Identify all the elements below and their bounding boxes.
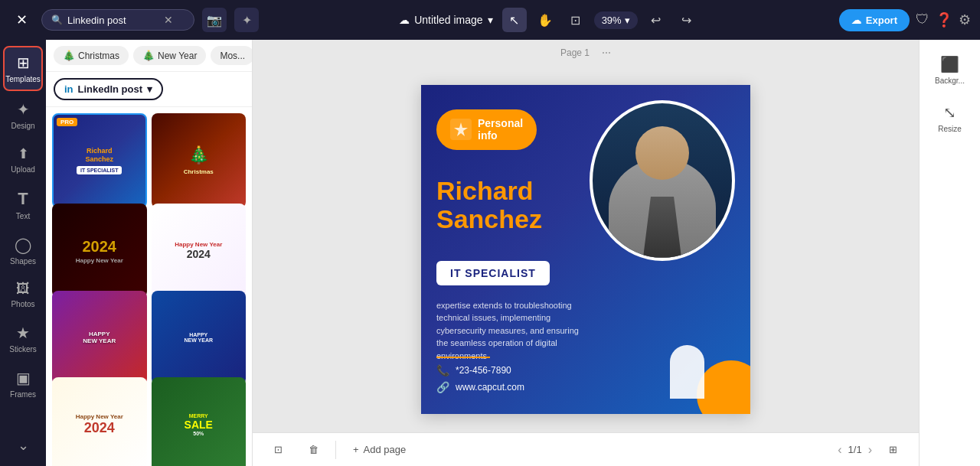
zoom-value: 39% [602, 15, 622, 26]
search-input[interactable] [67, 15, 159, 26]
sidebar-item-design[interactable]: ✦ Design [3, 94, 43, 136]
phone-icon: 📞 [436, 364, 449, 376]
design-circle-photo [590, 100, 735, 261]
page-label: Page 1 [560, 47, 590, 58]
filter-tab-newyear-label: New Year [158, 51, 197, 61]
title-chevron[interactable]: ▾ [488, 14, 493, 26]
add-page-icon: + [353, 444, 359, 455]
right-panel: ⬛ Backgr... ⤡ Resize [919, 40, 980, 466]
topbar-right: ☁ Export 🛡 ❓ ⚙ [839, 9, 971, 31]
redo-btn[interactable]: ↪ [675, 8, 699, 32]
category-selector[interactable]: in LinkedIn post ▾ [54, 78, 163, 100]
layout-icon: ⊞ [889, 444, 897, 455]
linkedin-icon: in [64, 83, 74, 95]
sidebar-item-photos[interactable]: 🖼 Photos [3, 275, 43, 314]
sidebar-item-upload[interactable]: ⬆ Upload [3, 139, 43, 180]
more-icon: ⌄ [18, 437, 29, 454]
sidebar-item-shapes[interactable]: ◯ Shapes [3, 230, 43, 272]
design-title-box: IT SPECIALIST [436, 261, 550, 285]
template-thumb-7[interactable]: Happy New Year 2024 [52, 377, 147, 466]
background-label: Backgr... [935, 77, 965, 85]
contact-website: www.capcut.com [456, 382, 524, 393]
right-panel-resize[interactable]: ⤡ Resize [924, 96, 976, 141]
template-thumb-5[interactable]: HAPPYNEW YEAR [52, 291, 147, 386]
resize-icon: ⤡ [943, 103, 956, 122]
zoom-control[interactable]: 39% ▾ [594, 11, 638, 29]
design-badge-icon [450, 119, 472, 140]
design-divider [436, 357, 490, 358]
sidebar-item-label-templates: Templates [5, 75, 41, 83]
next-page-btn[interactable]: › [868, 443, 872, 457]
template-thumb-4[interactable]: Happy New Year 2024 [152, 204, 247, 298]
page-info: 1/1 [848, 444, 862, 455]
sidebar-item-stickers[interactable]: ★ Stickers [3, 318, 43, 360]
canvas-area: Page 1 ⋯ Personal [253, 40, 919, 466]
linkedin-design: Personal info [421, 85, 750, 414]
design-description: expertise extends to troubleshooting tec… [436, 299, 582, 363]
template-thumb-6[interactable]: HAPPYNEW YEAR [152, 291, 247, 386]
search-bar[interactable]: 🔍 ✕ [41, 9, 194, 31]
page-options-icon[interactable]: ⋯ [602, 47, 611, 58]
bottom-bar: ⊡ 🗑 + Add page ‹ 1/1 › ⊞ [253, 432, 919, 466]
delete-icon: 🗑 [309, 444, 318, 455]
bottom-divider [335, 441, 336, 459]
template-overlay-6: HAPPYNEW YEAR [152, 291, 247, 386]
sidebar-item-label-upload: Upload [11, 165, 35, 174]
category-label-text: LinkedIn post [78, 83, 143, 95]
template-thumb-3[interactable]: 2024 Happy New Year [52, 204, 147, 298]
shapes-icon: ◯ [15, 236, 31, 254]
sidebar-item-more[interactable]: ⌄ [3, 431, 43, 460]
frame-tool-btn[interactable]: ⊡ [564, 8, 588, 32]
sidebar-item-label-text: Text [16, 212, 30, 220]
category-bar: in LinkedIn post ▾ [46, 72, 252, 107]
design-badge-text: Personal info [478, 117, 523, 143]
prev-page-btn[interactable]: ‹ [838, 443, 841, 457]
undo-btn[interactable]: ↩ [644, 8, 668, 32]
template-thumb-1[interactable]: PRO RichardSanchez IT SPECIALIST [52, 113, 147, 208]
select-tool-btn[interactable]: ↖ [502, 8, 527, 32]
export-button[interactable]: ☁ Export [839, 9, 910, 31]
badge-line2: info [478, 129, 523, 142]
sidebar-item-frames[interactable]: ▣ Frames [3, 363, 43, 405]
document-title: Untitled image [414, 14, 483, 26]
zoom-chevron: ▾ [625, 15, 630, 26]
magic-icon-btn[interactable]: ✦ [234, 8, 259, 32]
search-clear-icon[interactable]: ✕ [164, 14, 173, 26]
sidebar-item-templates[interactable]: ⊞ Templates [3, 46, 43, 91]
shield-icon[interactable]: 🛡 [916, 11, 929, 28]
filter-tab-newyear[interactable]: 🎄 New Year [133, 46, 206, 65]
filter-tab-more[interactable]: Mos... [211, 46, 252, 65]
help-icon[interactable]: ❓ [936, 11, 952, 28]
copy-page-btn[interactable]: ⊡ [265, 439, 292, 460]
sidebar-item-label-design: Design [11, 122, 34, 130]
camera-icon-btn[interactable]: 📷 [202, 8, 227, 32]
filter-tab-christmas[interactable]: 🎄 Christmas [54, 46, 129, 65]
design-orange-blob [697, 360, 750, 414]
design-personal-badge: Personal info [436, 109, 537, 151]
topbar-center: ☁ Untitled image ▾ ↖ ✋ ⊡ 39% ▾ ↩ ↪ [266, 8, 831, 32]
export-label: Export [866, 15, 897, 26]
templates-grid: PRO RichardSanchez IT SPECIALIST 🎄 Chris… [46, 107, 252, 466]
app-logo[interactable]: ✕ [9, 8, 34, 32]
template-thumb-8[interactable]: MERRY SALE 50% [152, 377, 247, 466]
sidebar-item-text[interactable]: T Text [3, 183, 43, 226]
design-title-text: IT SPECIALIST [450, 267, 536, 279]
template-overlay-8: MERRY SALE 50% [152, 377, 247, 466]
template-thumb-2[interactable]: 🎄 Christmas [152, 113, 247, 208]
canvas-wrapper[interactable]: Personal info [253, 66, 919, 432]
add-page-btn[interactable]: + Add page [344, 439, 415, 460]
layout-btn[interactable]: ⊞ [880, 439, 906, 460]
template-overlay-1: RichardSanchez IT SPECIALIST [54, 115, 145, 207]
christmas-emoji: 🎄 [63, 50, 75, 61]
upload-icon: ⬆ [18, 145, 29, 162]
hand-tool-btn[interactable]: ✋ [533, 8, 557, 32]
filter-tabs: 🎄 Christmas 🎄 New Year Mos... [46, 40, 252, 72]
settings-icon[interactable]: ⚙ [959, 11, 971, 28]
right-panel-background[interactable]: ⬛ Backgr... [924, 47, 976, 93]
category-chevron: ▾ [147, 83, 152, 95]
resize-label: Resize [938, 125, 962, 133]
cloud-icon: ☁ [399, 14, 410, 26]
badge-line1: Personal [478, 117, 523, 130]
delete-page-btn[interactable]: 🗑 [299, 439, 328, 460]
text-icon: T [18, 189, 28, 209]
